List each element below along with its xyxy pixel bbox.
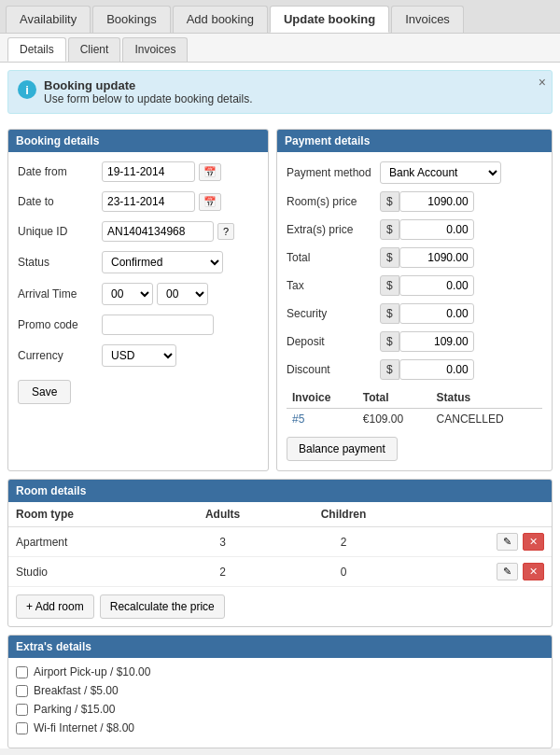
date-to-calendar-button[interactable]: 📅 <box>199 193 221 211</box>
tab-add-booking[interactable]: Add booking <box>173 6 268 33</box>
discount-input[interactable]: 0.00 <box>399 359 474 380</box>
edit-studio-button[interactable]: ✎ <box>497 563 518 580</box>
unique-id-label: Unique ID <box>18 225 102 238</box>
breakfast-checkbox[interactable] <box>16 685 28 697</box>
deposit-input[interactable]: 109.00 <box>399 331 474 352</box>
apartment-actions: ✎ ✕ <box>410 527 552 557</box>
payment-method-select[interactable]: Bank Account Credit Card Cash PayPal <box>380 161 501 184</box>
invoice-total: €109.00 <box>357 409 431 430</box>
actions-col-header <box>410 502 552 527</box>
delete-apartment-button[interactable]: ✕ <box>523 533 544 551</box>
arrival-minute-select[interactable]: 00153045 <box>157 283 208 305</box>
add-room-button[interactable]: + Add room <box>16 594 94 619</box>
tab-invoices[interactable]: Invoices <box>391 6 464 33</box>
booking-details-body: Date from 19-11-2014 📅 Date to 23-11-201… <box>8 152 268 413</box>
parking-checkbox[interactable] <box>16 704 28 716</box>
total-dollar: $ <box>380 247 399 268</box>
currency-row: Currency USDEURGBP <box>18 344 259 367</box>
recalculate-button[interactable]: Recalculate the price <box>100 594 225 619</box>
airport-pickup-checkbox[interactable] <box>16 666 28 678</box>
extras-list: Airport Pick-up / $10.00 Breakfast / $5.… <box>8 658 552 748</box>
list-item[interactable]: Breakfast / $5.00 <box>16 684 544 697</box>
sub-nav: Details Client Invoices <box>0 34 560 63</box>
extras-price-input[interactable]: 0.00 <box>399 219 474 240</box>
tax-dollar: $ <box>380 275 399 296</box>
tab-update-booking[interactable]: Update booking <box>270 6 389 33</box>
wifi-label: Wi-fi Internet / $8.00 <box>34 721 134 734</box>
payment-details-header: Payment details <box>277 130 552 152</box>
security-row: Security $ 0.00 <box>287 303 542 324</box>
list-item[interactable]: Wi-fi Internet / $8.00 <box>16 721 544 734</box>
date-from-calendar-button[interactable]: 📅 <box>199 163 221 181</box>
invoice-status: CANCELLED <box>431 409 542 430</box>
rooms-price-value: $ 1090.00 <box>380 191 542 212</box>
adults-col-header: Adults <box>168 502 277 527</box>
delete-studio-button[interactable]: ✕ <box>523 563 544 580</box>
info-banner: i Booking update Use form below to updat… <box>7 70 553 114</box>
rooms-price-label: Room(s) price <box>287 195 380 208</box>
rooms-price-input[interactable]: 1090.00 <box>399 191 474 212</box>
save-row: Save <box>18 376 259 404</box>
unique-id-row: Unique ID AN1404134968 ? <box>18 221 259 242</box>
room-type-studio: Studio <box>8 557 168 587</box>
extras-price-label: Extra(s) price <box>287 223 380 236</box>
payment-method-value: Bank Account Credit Card Cash PayPal <box>380 161 542 184</box>
edit-apartment-button[interactable]: ✎ <box>497 533 518 551</box>
children-apartment: 2 <box>277 527 410 557</box>
security-input[interactable]: 0.00 <box>399 303 474 324</box>
room-type-apartment: Apartment <box>8 527 168 557</box>
booking-details-header: Booking details <box>8 130 268 152</box>
list-item[interactable]: Parking / $15.00 <box>16 703 544 716</box>
save-button[interactable]: Save <box>18 380 71 404</box>
main-content: Booking details Date from 19-11-2014 📅 D… <box>0 121 560 479</box>
invoice-link[interactable]: #5 <box>292 412 304 426</box>
tab-availability[interactable]: Availability <box>6 6 91 33</box>
invoice-table: Invoice Total Status #5 €109.00 CANCELLE… <box>287 387 542 429</box>
arrival-time-row: Arrival Time 00010203 04050607 08091011 … <box>18 283 259 305</box>
status-label: Status <box>18 256 102 269</box>
room-details-section: Room details Room type Adults Children A… <box>7 479 553 627</box>
sub-tab-details[interactable]: Details <box>7 37 66 62</box>
discount-dollar: $ <box>380 359 399 380</box>
promo-code-input[interactable] <box>102 315 214 335</box>
sub-tab-invoices[interactable]: Invoices <box>122 37 188 62</box>
security-label: Security <box>287 307 380 320</box>
room-details-header: Room details <box>8 480 552 502</box>
table-row: Apartment 3 2 ✎ ✕ <box>8 527 552 557</box>
arrival-hour-select[interactable]: 00010203 04050607 08091011 12131415 1617… <box>102 283 153 305</box>
payment-details-section: Payment details Payment method Bank Acco… <box>276 129 553 471</box>
currency-select[interactable]: USDEURGBP <box>102 344 176 367</box>
status-col-header: Status <box>431 387 542 409</box>
airport-pickup-label: Airport Pick-up / $10.00 <box>34 665 150 678</box>
list-item[interactable]: Airport Pick-up / $10.00 <box>16 665 544 678</box>
rooms-price-dollar: $ <box>380 191 399 212</box>
page-wrapper: Availability Bookings Add booking Update… <box>0 0 560 748</box>
booking-details-section: Booking details Date from 19-11-2014 📅 D… <box>7 129 269 471</box>
info-title: Booking update <box>44 78 252 92</box>
date-to-input[interactable]: 23-11-2014 <box>102 191 195 212</box>
tax-input[interactable]: 0.00 <box>399 275 474 296</box>
unique-id-button[interactable]: ? <box>217 223 234 240</box>
date-to-row: Date to 23-11-2014 📅 <box>18 191 259 212</box>
children-studio: 0 <box>277 557 410 587</box>
arrival-time-control: 00010203 04050607 08091011 12131415 1617… <box>102 283 259 305</box>
close-icon[interactable]: × <box>539 75 546 90</box>
room-table: Room type Adults Children Apartment 3 2 … <box>8 502 552 587</box>
date-to-control: 23-11-2014 📅 <box>102 191 259 212</box>
date-from-input[interactable]: 19-11-2014 <box>102 161 195 182</box>
tab-bookings[interactable]: Bookings <box>92 6 170 33</box>
tax-label: Tax <box>287 279 380 292</box>
discount-label: Discount <box>287 363 380 376</box>
status-select[interactable]: Confirmed Pending Cancelled <box>102 251 223 273</box>
sub-tab-client[interactable]: Client <box>68 37 121 62</box>
extras-price-value: $ 0.00 <box>380 219 542 240</box>
wifi-checkbox[interactable] <box>16 722 28 734</box>
parking-label: Parking / $15.00 <box>34 703 115 716</box>
total-input[interactable]: 1090.00 <box>399 247 474 268</box>
table-row: Studio 2 0 ✎ ✕ <box>8 557 552 587</box>
unique-id-control: AN1404134968 ? <box>102 221 259 242</box>
unique-id-input[interactable]: AN1404134968 <box>102 221 214 242</box>
currency-control: USDEURGBP <box>102 344 259 367</box>
children-col-header: Children <box>277 502 410 527</box>
balance-payment-button[interactable]: Balance payment <box>287 437 398 461</box>
